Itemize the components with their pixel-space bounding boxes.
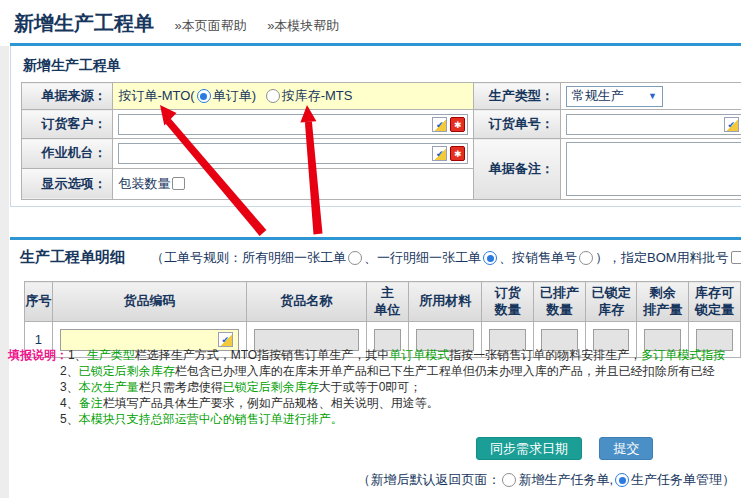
remark-label: 单据备注： (474, 139, 561, 200)
prod-type-value: 常规生产 (572, 87, 624, 105)
detail-header-row: 序号 货品编码 货品名称 主 单位 所用材料 订货 数量 已排产 数量 已锁定 … (25, 282, 741, 322)
submit-button[interactable]: 提交 (599, 437, 653, 460)
instruction-keyword: 已锁定后剩余库存 (79, 364, 175, 378)
instruction-text: 栏选择生产方式，MTO指按销售订单生产，其中 (135, 348, 389, 362)
chevron-down-icon: ▼ (648, 91, 657, 101)
package-qty-checkbox[interactable] (172, 177, 185, 190)
order-form: 单据来源： 按订单-MTO(单订单) 按库存-MTS 生产类型： 常规生产 ▼ … (21, 82, 741, 200)
instruction-line: 4、备注栏填写产品具体生产要求，例如产品规格、相关说明、用途等。 (8, 395, 741, 411)
order-no-input[interactable] (569, 116, 724, 133)
instruction-keyword: 备注 (79, 396, 103, 410)
display-option-text: 包装数量 (118, 176, 170, 191)
col-header-item-code: 货品编码 (52, 282, 246, 322)
instruction-number: 1、 (68, 348, 87, 362)
help-link-page[interactable]: »本页面帮助 (174, 18, 246, 33)
sync-demand-date-button[interactable]: 同步需求日期 (476, 437, 582, 460)
footer-opt2: 生产任务单管理 (631, 472, 722, 487)
instruction-line: 3、本次生产量栏只需考虑使得已锁定后剩余库存大于或等于0即可； (8, 379, 741, 395)
new-order-panel: 新增生产工程单 单据来源： 按订单-MTO(单订单) 按库存-MTS 生产类型：… (10, 46, 741, 207)
source-opt2-text: 按库存-MTS (282, 88, 353, 103)
instruction-text: 指按一张销售订单的物料安排生产， (449, 348, 641, 362)
radio-return-new-task[interactable] (502, 473, 516, 487)
clear-icon[interactable]: ✱ (450, 117, 465, 132)
instruction-number: 4、 (60, 396, 79, 410)
radio-rule-all-in-one[interactable] (348, 251, 362, 265)
detail-title: 生产工程单明细 (20, 248, 125, 265)
col-header-locked-stock: 已锁定 库存 (585, 282, 637, 322)
prod-type-label: 生产类型： (474, 83, 561, 110)
machine-label: 作业机台： (22, 139, 113, 169)
source-opt1-suffix: 单订单) (213, 88, 256, 103)
radio-rule-one-per-line[interactable] (483, 251, 497, 265)
source-label: 单据来源： (22, 83, 113, 110)
page-header: 新增生产工程单 »本页面帮助 »本模块帮助 (14, 10, 339, 37)
prod-type-select[interactable]: 常规生产 ▼ (566, 86, 663, 107)
footer-suffix: ） (722, 472, 735, 487)
source-opt1-text: 按订单-MTO( (118, 88, 194, 103)
machine-field: ✔ ✱ (118, 143, 468, 164)
select-lookup-icon[interactable]: ✔ (432, 117, 447, 132)
instruction-line: 2、已锁定后剩余库存栏包含已办理入库的在库未开单产品和已下生产工程单但仍未办理入… (8, 363, 741, 379)
select-lookup-icon[interactable]: ✔ (724, 117, 739, 132)
select-lookup-icon[interactable]: ✔ (432, 146, 447, 161)
instruction-keyword: 单订单模式 (389, 348, 449, 362)
remark-field (566, 142, 741, 196)
detail-section-header: 生产工程单明细（工单号规则：所有明细一张工单、一行明细一张工单、按销售单号），指… (20, 248, 741, 267)
radio-return-task-manage[interactable] (615, 473, 629, 487)
instruction-text: 栏只需考虑使得 (139, 380, 223, 394)
radio-mts[interactable] (266, 89, 280, 103)
return-page-options: （新增后默认返回页面：新增生产任务单,生产任务单管理） (357, 471, 735, 489)
col-header-index: 序号 (25, 282, 53, 322)
col-header-order-qty: 订货 数量 (482, 282, 534, 322)
section-title: 新增生产工程单 (11, 46, 741, 82)
instruction-line: 5、本模块只支持总部运营中心的销售订单进行排产。 (8, 411, 741, 427)
radio-rule-by-sales-no[interactable] (579, 251, 593, 265)
col-header-unit: 主 单位 (366, 282, 408, 322)
footer-prefix: （新增后默认返回页面： (357, 472, 500, 487)
notes-label: 填报说明： (8, 348, 68, 362)
instruction-line: 填报说明：1、生产类型栏选择生产方式，MTO指按销售订单生产，其中单订单模式指按… (8, 347, 741, 363)
customer-field: ✔ ✱ (118, 114, 468, 135)
order-no-field: ✔ ✱ (566, 114, 741, 135)
instruction-number: 5、 (60, 412, 79, 426)
remark-textarea[interactable] (567, 143, 741, 195)
bom-batch-checkbox[interactable] (731, 251, 741, 264)
instruction-text: 栏包含已办理入库的在库未开单产品和已下生产工程单但仍未办理入库的产品，并且已经扣… (175, 364, 715, 378)
fill-instructions: 填报说明：1、生产类型栏选择生产方式，MTO指按销售订单生产，其中单订单模式指按… (8, 347, 741, 427)
instruction-text: 大于或等于0即可； (319, 380, 422, 394)
display-label: 显示选项： (22, 168, 113, 199)
source-options-cell: 按订单-MTO(单订单) 按库存-MTS (113, 83, 474, 110)
customer-input[interactable] (121, 116, 432, 133)
col-header-item-name: 货品名称 (246, 282, 366, 322)
radio-single-order[interactable] (197, 89, 211, 103)
help-link-module[interactable]: »本模块帮助 (267, 18, 339, 33)
instruction-keyword: 多订单模式指按 (641, 348, 725, 362)
select-lookup-icon[interactable]: ✔ (218, 332, 233, 347)
section-divider (10, 237, 741, 240)
item-code-input[interactable] (63, 332, 218, 348)
instruction-keyword: 已锁定后剩余库存 (223, 380, 319, 394)
workorder-rule-text: （工单号规则：所有明细一张工单、一行明细一张工单、按销售单号），指定BOM用料批… (151, 250, 741, 265)
footer-opt1: 新增生产任务单, (518, 472, 613, 487)
clear-icon[interactable]: ✱ (450, 146, 465, 161)
instruction-keyword: 本次生产量 (79, 380, 139, 394)
page-title: 新增生产工程单 (14, 12, 154, 34)
instruction-number: 2、 (60, 364, 79, 378)
col-header-scheduled-qty: 已排产 数量 (534, 282, 586, 322)
customer-label: 订货客户： (22, 110, 113, 139)
col-header-remaining-qty: 剩余 排产量 (637, 282, 689, 322)
action-buttons: 同步需求日期 提交 (476, 437, 653, 460)
machine-input[interactable] (121, 145, 432, 162)
instruction-number: 3、 (60, 380, 79, 394)
left-gutter (0, 46, 9, 498)
instruction-keyword: 本模块只支持总部运营中心的销售订单进行排产。 (79, 412, 343, 426)
col-header-lockable-stock: 库存可 锁定量 (689, 282, 741, 322)
col-header-materials: 所用材料 (409, 282, 482, 322)
instruction-text: 栏填写产品具体生产要求，例如产品规格、相关说明、用途等。 (103, 396, 439, 410)
instruction-keyword: 生产类型 (87, 348, 135, 362)
order-no-label: 订货单号： (474, 110, 561, 139)
